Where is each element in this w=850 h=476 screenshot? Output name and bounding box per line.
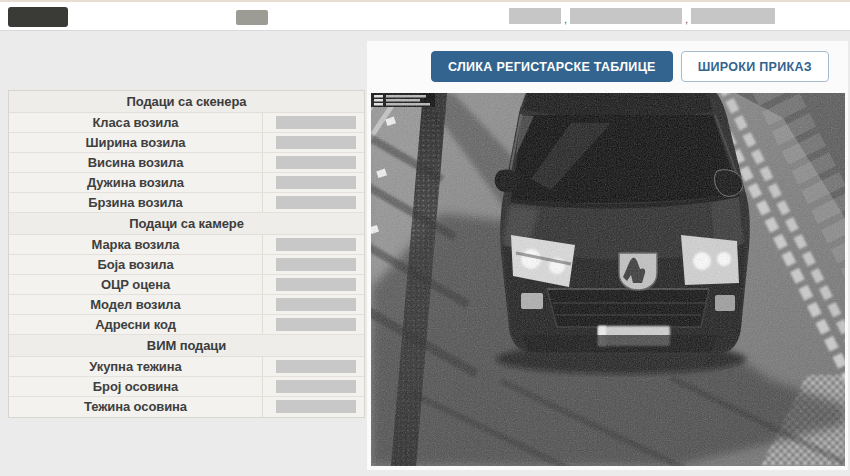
table-row: Класа возила [9,113,364,133]
row-label: Висина возила [9,153,263,172]
redacted-logo[interactable] [8,7,68,27]
top-bar: , , [0,0,850,31]
row-label: Марка возила [9,235,263,254]
separator: , [563,14,568,24]
redacted-text [691,8,775,24]
table-row: ОЦР оцена [9,275,364,295]
redacted-value [276,360,356,373]
table-section-header: Подаци са камере [9,213,364,235]
vehicle-data-table: Подаци са скенераКласа возилаШирина вози… [8,90,365,418]
row-label: Укупна тежина [9,357,263,376]
table-row: Укупна тежина [9,357,364,377]
redacted-location-text: , , [509,8,775,24]
row-label: Дужина возила [9,173,263,192]
redacted-value [276,380,356,393]
redacted-value [276,176,356,189]
app-window: , , Подаци са скенераКласа возилаШирина … [0,0,850,476]
row-label: Модел возила [9,295,263,314]
redacted-value [276,136,356,149]
row-value-cell [263,113,364,132]
row-value-cell [263,397,364,417]
table-row: Модел возила [9,295,364,315]
plate-image-button[interactable]: СЛИКА РЕГИСТАРСКЕ ТАБЛИЦЕ [431,51,673,82]
table-row: Тежина осовина [9,397,364,417]
photo-view-tabs: СЛИКА РЕГИСТАРСКЕ ТАБЛИЦЕ ШИРОКИ ПРИКАЗ [431,51,829,82]
row-value-cell [263,357,364,376]
row-label: Адресни код [9,315,263,334]
row-value-cell [263,235,364,254]
redacted-value [276,258,356,271]
row-value-cell [263,255,364,274]
row-label: Брзина возила [9,193,263,212]
table-section-header: ВИМ подаци [9,335,364,357]
row-label: ОЦР оцена [9,275,263,294]
row-value-cell [263,315,364,334]
table-row: Број осовина [9,377,364,397]
table-section-header: Подаци са скенера [9,91,364,113]
redacted-value [276,238,356,251]
redacted-value [276,196,356,209]
traffic-camera-photo [371,93,845,466]
table-row: Брзина возила [9,193,364,213]
row-value-cell [263,173,364,192]
separator: , [684,14,689,24]
row-value-cell [263,133,364,152]
row-label: Боја возила [9,255,263,274]
photo-panel: СЛИКА РЕГИСТАРСКЕ ТАБЛИЦЕ ШИРОКИ ПРИКАЗ [367,41,848,470]
row-label: Класа возила [9,113,263,132]
row-label: Ширина возила [9,133,263,152]
row-value-cell [263,153,364,172]
table-row: Висина возила [9,153,364,173]
redacted-value [276,400,356,413]
row-label: Број осовина [9,377,263,396]
row-value-cell [263,275,364,294]
table-row: Марка возила [9,235,364,255]
table-row: Дужина возила [9,173,364,193]
redacted-text [509,8,561,24]
row-value-cell [263,295,364,314]
redacted-nav-item[interactable] [236,10,268,25]
redacted-value [276,298,356,311]
table-row: Ширина возила [9,133,364,153]
row-value-cell [263,377,364,396]
redacted-value [276,116,356,129]
wide-view-button[interactable]: ШИРОКИ ПРИКАЗ [681,51,829,82]
redacted-value [276,156,356,169]
redacted-text [570,8,682,24]
table-row: Адресни код [9,315,364,335]
redacted-value [276,278,356,291]
table-row: Боја возила [9,255,364,275]
redacted-value [276,318,356,331]
row-value-cell [263,193,364,212]
row-label: Тежина осовина [9,397,263,417]
